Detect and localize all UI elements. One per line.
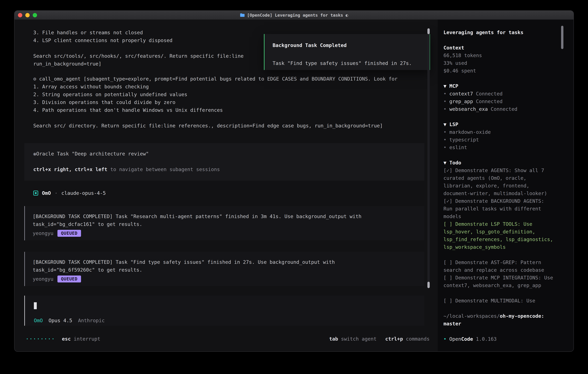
todo-item-active: [ ] Demonstrate LSP TOOLS: Use lsp_hover…	[443, 220, 553, 251]
terminal-blank-line	[33, 158, 424, 166]
agent-header: OmO · claude-opus-4-5	[33, 189, 106, 197]
tool-call-item: 4. Path operations that don't handle Win…	[33, 106, 398, 114]
task-message-line: task_id="bg_dcfac161" to get results.	[33, 220, 424, 228]
tool-call-footer: Search src/ directory. Return specific f…	[33, 122, 398, 130]
terminal-window: [OpenCode] Leveraging agents for tasks ◐…	[14, 10, 574, 352]
terminal-line: Search src/tools/, src/hooks/, src/featu…	[33, 52, 243, 60]
main-scrollbar[interactable]	[427, 28, 430, 288]
lsp-item-name: typescript	[449, 137, 479, 143]
mcp-item-status: Connected	[476, 98, 503, 104]
tool-call-item: 1. Array access without bounds checking	[33, 83, 398, 91]
task-message: [BACKGROUND TASK COMPLETED] Task "Find t…	[24, 252, 424, 286]
todo-item-done: [✓] Demonstrate BACKGROUND AGENTS: Run p…	[443, 197, 553, 220]
lsp-section-heading[interactable]: ▼ LSP	[443, 121, 574, 128]
context-heading: Context	[443, 44, 574, 52]
task-message-line: task_id="bg_6f59260c" to get results.	[33, 266, 424, 274]
mcp-item-status: Connected	[476, 91, 503, 97]
input-provider-name: Anthropic	[78, 318, 105, 323]
todo-item-pending: [ ] Demonstrate MCP INTEGRATIONS: Use co…	[443, 274, 553, 289]
mcp-item: •context7Connected	[443, 90, 574, 98]
subagent-navigation-hint: ctrl+x right, ctrl+x left to navigate be…	[33, 166, 424, 173]
traffic-lights	[18, 11, 37, 20]
brand-name-regular: Open	[449, 336, 461, 342]
oracle-task-title-line: ◉Oracle Task "Deep architecture review"	[33, 150, 424, 158]
input-meta: OmO Opus 4.5 Anthropic	[34, 318, 105, 323]
esc-key-hint: esc	[62, 336, 71, 342]
minimize-button[interactable]	[25, 13, 30, 17]
tool-call-header-text: call_omo_agent [subagent_type=explore, p…	[39, 76, 398, 82]
workspace-path: ~/local-workspaces/oh-my-opencode:	[443, 312, 574, 320]
todo-section-heading[interactable]: ▼ Todo	[443, 159, 574, 166]
separator-dot: ·	[54, 190, 57, 196]
task-meta: yeongyu QUEUED	[33, 276, 424, 282]
input-agent-name: OmO	[34, 318, 43, 323]
tab-key-label: switch agent	[341, 336, 377, 342]
zoom-button[interactable]	[33, 13, 37, 17]
window-title-text: [OpenCode] Leveraging agents for tasks ◐	[247, 13, 348, 18]
workspace-branch: master	[443, 320, 574, 328]
terminal-blank-line	[33, 44, 243, 52]
scrollbar-thumb[interactable]	[427, 28, 430, 34]
agent-icon	[33, 191, 38, 196]
hint-keys: ctrl+x right, ctrl+x left	[33, 166, 107, 172]
bullet-icon: •	[443, 129, 446, 135]
sidebar-scrollbar-thumb[interactable]	[561, 26, 563, 49]
hint-text: to navigate between subagent sessions	[107, 166, 220, 172]
oracle-task-panel: ◉Oracle Task "Deep architecture review" …	[24, 143, 424, 181]
agent-icon-core	[35, 192, 37, 194]
lsp-item: •markdown-oxide	[443, 128, 574, 136]
scrollback-text: 3. File handles or streams not closed 4.…	[33, 29, 243, 68]
window-title: [OpenCode] Leveraging agents for tasks ◐	[240, 13, 348, 18]
bullet-icon: •	[443, 98, 446, 104]
mcp-item: •grep_appConnected	[443, 98, 574, 105]
terminal-pane: 3. File handles or streams not closed 4.…	[14, 20, 438, 351]
window-titlebar[interactable]: [OpenCode] Leveraging agents for tasks ◐	[14, 11, 574, 20]
queued-badge: QUEUED	[57, 230, 81, 237]
mcp-item: •websearch_exaConnected	[443, 105, 574, 113]
lsp-item-name: eslint	[449, 145, 467, 150]
prompt-input[interactable]: OmO Opus 4.5 Anthropic	[24, 296, 424, 326]
esc-key-label: interrupt	[74, 336, 100, 342]
gear-icon: ⚙	[33, 76, 36, 82]
task-author: yeongyu	[33, 276, 53, 282]
terminal-line: run_in_background=true]	[33, 60, 243, 68]
bullet-icon: •	[443, 91, 446, 97]
folder-icon	[240, 13, 245, 17]
agent-model: claude-opus-4-5	[61, 190, 106, 196]
bullet-icon: •	[443, 336, 446, 342]
agent-name: OmO	[42, 190, 51, 196]
context-used: 33% used	[443, 59, 574, 67]
record-icon: ◉	[33, 151, 36, 157]
lsp-item-name: markdown-oxide	[449, 129, 491, 135]
todo-item-done: [✓] Demonstrate AGENTS: Show all 7 curat…	[443, 166, 553, 197]
bullet-icon: •	[443, 145, 446, 150]
terminal-line: 3. File handles or streams not closed	[33, 29, 243, 36]
tab-key-hint: tab	[329, 336, 338, 342]
context-spent: $0.46 spent	[443, 67, 574, 75]
oracle-task-title: Oracle Task "Deep architecture review"	[36, 151, 149, 157]
bullet-icon: •	[443, 137, 446, 143]
text-cursor	[34, 302, 37, 309]
tool-call-block: ⚙call_omo_agent [subagent_type=explore, …	[33, 75, 398, 130]
todo-item-pending: [ ] Demonstrate AST-GREP: Pattern search…	[443, 259, 553, 274]
mcp-item-name: websearch_exa	[449, 106, 488, 112]
mcp-item-status: Connected	[491, 106, 517, 112]
task-author: yeongyu	[33, 230, 53, 236]
mcp-item-name: context7	[449, 91, 473, 97]
mcp-item-name: grep_app	[449, 98, 473, 104]
context-tokens: 66,518 tokens	[443, 52, 574, 59]
scrollbar-thumb[interactable]	[427, 282, 430, 288]
queued-badge: QUEUED	[57, 276, 81, 282]
tool-call-item: 3. Division operations that could divide…	[33, 98, 398, 106]
brand-name-bold: Code	[461, 336, 473, 342]
close-button[interactable]	[18, 13, 22, 17]
commands-key-label: commands	[406, 336, 430, 342]
task-message-line: [BACKGROUND TASK COMPLETED] Task "Find t…	[33, 258, 424, 266]
todo-item-pending: [ ] Demonstrate MULTIMODAL: Use	[443, 297, 553, 305]
workspace-path-prefix: ~/local-workspaces/	[443, 313, 500, 319]
input-model-name: Opus 4.5	[48, 318, 72, 323]
lsp-item: •eslint	[443, 144, 574, 151]
version-line: •OpenCode1.0.163	[443, 335, 574, 343]
tool-call-header: ⚙call_omo_agent [subagent_type=explore, …	[33, 75, 398, 83]
mcp-section-heading[interactable]: ▼ MCP	[443, 82, 574, 90]
